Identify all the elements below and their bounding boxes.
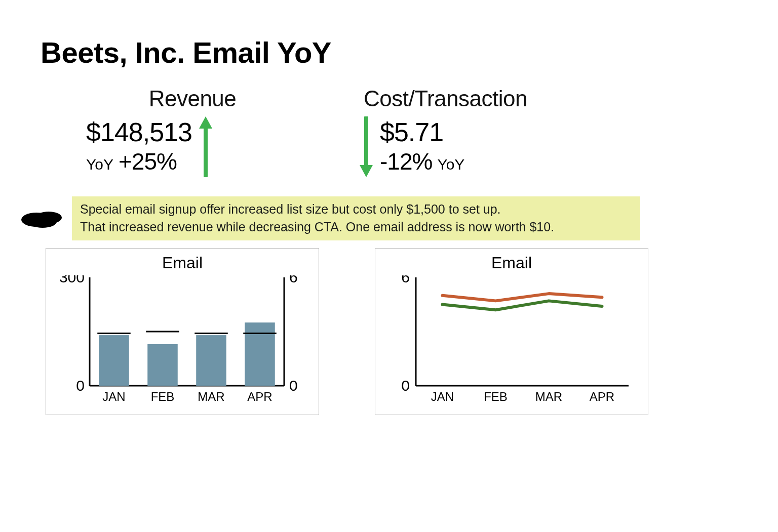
- svg-text:0: 0: [289, 377, 298, 394]
- charts-row: Email 030006JANFEBMARAPR Email 06JANFEBM…: [46, 248, 653, 415]
- svg-text:MAR: MAR: [198, 390, 224, 403]
- svg-rect-17: [147, 344, 178, 386]
- svg-text:FEB: FEB: [484, 390, 508, 403]
- kpi-cost: Cost/Transaction $5.71 -12% YoY: [360, 86, 572, 177]
- svg-text:300: 300: [59, 275, 85, 285]
- svg-rect-14: [99, 335, 129, 386]
- redaction-mark-icon: [19, 208, 63, 230]
- dashboard-slide: Beets, Inc. Email YoY Revenue $148,513 Y…: [0, 0, 778, 532]
- arrow-up-icon: [199, 116, 212, 177]
- chart-email-line-surface: 06JANFEBMARAPR: [384, 275, 639, 407]
- svg-text:JAN: JAN: [102, 390, 125, 403]
- kpi-revenue-value: $148,513: [86, 118, 192, 146]
- svg-text:6: 6: [289, 275, 298, 285]
- svg-text:0: 0: [76, 377, 85, 394]
- svg-point-6: [28, 216, 57, 228]
- note-row: Special email signup offer increased lis…: [19, 196, 640, 240]
- kpi-revenue-label: Revenue: [86, 86, 299, 111]
- svg-text:APR: APR: [247, 390, 272, 403]
- svg-rect-20: [196, 335, 226, 386]
- chart-email-line: Email 06JANFEBMARAPR: [375, 248, 648, 415]
- note-line-2: That increased revenue while decreasing …: [80, 218, 632, 236]
- chart-email-bar-surface: 030006JANFEBMARAPR: [55, 275, 309, 407]
- kpi-cost-value: $5.71: [380, 118, 464, 146]
- kpi-revenue-yoy-label: YoY: [86, 156, 113, 173]
- svg-marker-3: [360, 165, 373, 177]
- kpi-row: Revenue $148,513 YoY +25%: [86, 86, 618, 177]
- svg-rect-23: [245, 322, 275, 386]
- kpi-cost-delta: -12%: [380, 148, 432, 175]
- svg-text:APR: APR: [590, 390, 614, 403]
- kpi-revenue: Revenue $148,513 YoY +25%: [86, 86, 299, 177]
- note-line-1: Special email signup offer increased lis…: [80, 200, 632, 218]
- arrow-down-icon: [360, 116, 373, 177]
- highlight-note: Special email signup offer increased lis…: [72, 196, 640, 240]
- svg-text:JAN: JAN: [431, 390, 454, 403]
- kpi-cost-label: Cost/Transaction: [364, 86, 572, 111]
- svg-text:6: 6: [401, 275, 410, 285]
- page-title: Beets, Inc. Email YoY: [41, 35, 331, 69]
- kpi-cost-yoy-label: YoY: [437, 156, 464, 173]
- svg-text:0: 0: [401, 377, 410, 394]
- chart-email-line-title: Email: [384, 254, 639, 272]
- svg-text:FEB: FEB: [151, 390, 175, 403]
- chart-email-bar-title: Email: [55, 254, 309, 272]
- svg-text:MAR: MAR: [535, 390, 562, 403]
- svg-marker-1: [199, 116, 212, 129]
- kpi-revenue-delta: +25%: [119, 148, 177, 175]
- chart-email-bar: Email 030006JANFEBMARAPR: [46, 248, 319, 415]
